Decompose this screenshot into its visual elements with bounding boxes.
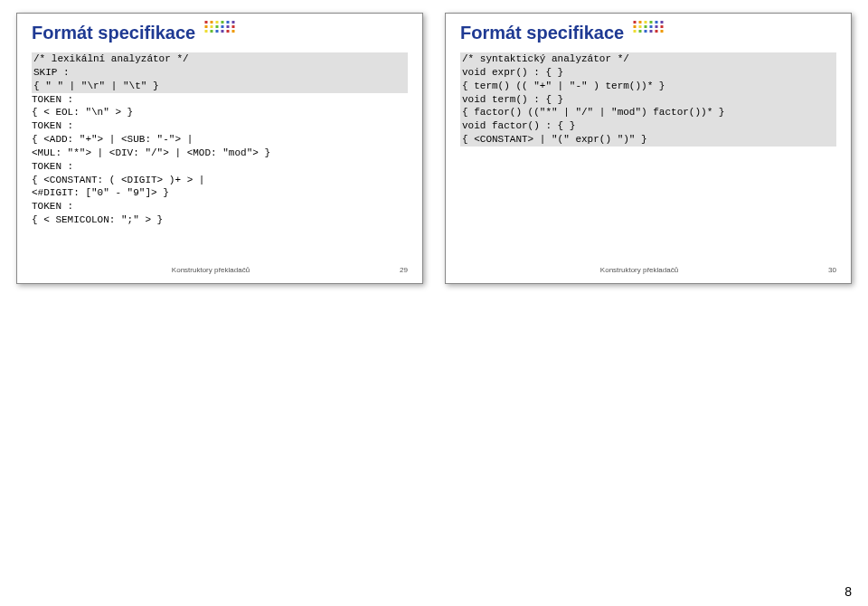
code-line: void expr() : { }	[460, 66, 836, 80]
code-line: void factor() : { }	[460, 119, 836, 133]
page: Formát specifikace /* lexikální analyzát…	[0, 0, 868, 606]
code-line: { <ADD: "+"> | <SUB: "-"> |	[32, 133, 408, 147]
code-line: <MUL: "*"> | <DIV: "/"> | <MOD: "mod"> }	[32, 147, 408, 160]
code-line: /* syntaktický analyzátor */	[460, 52, 836, 66]
slide-right: Formát specifikace /* syntaktický analyz…	[445, 13, 852, 284]
slide-footer: Konstruktory překladačů 29	[17, 266, 422, 274]
code-line: { <CONSTANT> | "(" expr() ")" }	[460, 133, 836, 147]
code-line: void term() : { }	[460, 93, 836, 107]
footer-label: Konstruktory překladačů	[32, 266, 390, 274]
footer-label: Konstruktory překladačů	[460, 266, 818, 274]
footer-number: 30	[818, 266, 836, 274]
code-line: SKIP :	[32, 66, 408, 80]
code-line: TOKEN :	[32, 119, 408, 133]
footer-number: 29	[390, 266, 408, 274]
code-line: { term() (( "+" | "-" ) term())* }	[460, 80, 836, 93]
code-line: { <CONSTANT: ( <DIGIT> )+ > |	[32, 174, 408, 187]
code-block-right: /* syntaktický analyzátor */ void expr()…	[460, 52, 836, 147]
slide-decoration	[634, 21, 664, 33]
slides-row: Formát specifikace /* lexikální analyzát…	[0, 0, 868, 284]
code-line: { factor() (("*" | "/" | "mod") factor()…	[460, 106, 836, 119]
code-line: TOKEN :	[32, 200, 408, 213]
code-line: /* lexikální analyzátor */	[32, 52, 408, 66]
slide-footer: Konstruktory překladačů 30	[446, 266, 851, 274]
code-line: { < EOL: "\n" > }	[32, 106, 408, 119]
code-line: { " " | "\r" | "\t" }	[32, 80, 408, 93]
slide-left: Formát specifikace /* lexikální analyzát…	[16, 13, 423, 284]
slide-decoration	[205, 21, 235, 33]
code-line: { < SEMICOLON: ";" > }	[32, 213, 408, 227]
page-number: 8	[844, 584, 852, 599]
code-line: <#DIGIT: ["0" - "9"]> }	[32, 186, 408, 200]
code-line: TOKEN :	[32, 93, 408, 107]
code-line: TOKEN :	[32, 160, 408, 174]
code-block-left: /* lexikální analyzátor */ SKIP : { " " …	[32, 52, 408, 227]
